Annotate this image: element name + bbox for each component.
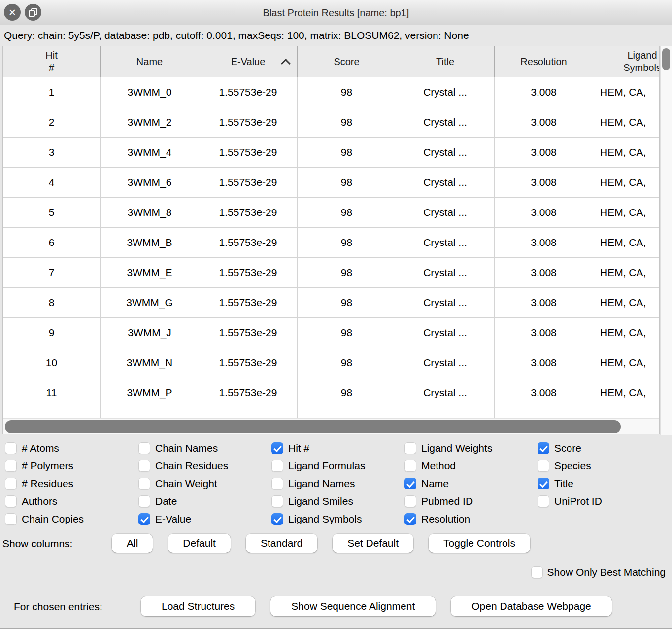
table-row[interactable]: 53WMM_81.55753e-2998Crystal ...3.008HEM,… <box>3 198 660 228</box>
checkbox-icon[interactable] <box>5 478 17 489</box>
column-toggle-chain-weight[interactable]: Chain Weight <box>138 475 228 492</box>
table-row[interactable]: 83WMM_G1.55753e-2998Crystal ...3.008HEM,… <box>3 288 660 318</box>
column-toggle-name[interactable]: Name <box>404 475 492 492</box>
checkbox-icon[interactable] <box>404 442 416 454</box>
table-row[interactable]: 13WMM_01.55753e-2998Crystal ...3.008HEM,… <box>3 77 660 107</box>
column-toggle-e-value[interactable]: E-Value <box>138 510 228 528</box>
column-toggle-resolution[interactable]: Resolution <box>404 510 492 528</box>
checkbox-icon[interactable] <box>5 513 17 525</box>
table-cell: 1.55753e-29 <box>199 198 298 227</box>
column-toggle-chain-names[interactable]: Chain Names <box>138 439 228 457</box>
table-row[interactable]: 93WMM_J1.55753e-2998Crystal ...3.008HEM,… <box>3 318 660 348</box>
column-toggle-ligand-smiles[interactable]: Ligand Smiles <box>271 492 365 510</box>
checkbox-icon[interactable] <box>404 495 416 507</box>
checkbox-icon[interactable] <box>271 460 283 472</box>
table-cell: 3.008 <box>495 77 593 107</box>
checkbox-icon[interactable] <box>538 460 549 472</box>
table-row[interactable]: 63WMM_B1.55753e-2998Crystal ...3.008HEM,… <box>3 228 660 258</box>
checkbox-icon[interactable] <box>271 478 283 489</box>
table-cell: 1.55753e-29 <box>199 77 298 107</box>
checkbox-label: Chain Weight <box>155 478 217 489</box>
show-columns-all-button[interactable]: All <box>112 534 153 553</box>
column-header-hit[interactable]: Hit# <box>3 46 101 77</box>
table-row[interactable]: 33WMM_41.55753e-2998Crystal ...3.008HEM,… <box>3 138 660 168</box>
checkbox-label: Date <box>155 495 177 507</box>
vertical-scrollbar[interactable] <box>660 46 672 435</box>
show-columns-toggle-controls-button[interactable]: Toggle Controls <box>429 534 530 553</box>
column-toggle-method[interactable]: Method <box>404 457 492 475</box>
table-cell: 9 <box>3 318 101 348</box>
table-row[interactable]: 103WMM_N1.55753e-2998Crystal ...3.008HEM… <box>3 348 660 378</box>
show-columns-set-default-button[interactable]: Set Default <box>333 534 413 553</box>
table-cell: 3.008 <box>495 198 593 227</box>
column-toggle-chain-copies[interactable]: Chain Copies <box>5 510 84 528</box>
column-header-e-value[interactable]: E-Value <box>199 46 298 77</box>
column-toggle-residues[interactable]: # Residues <box>5 475 84 492</box>
checkbox-icon[interactable] <box>404 460 416 472</box>
title-bar: ✕ Blast Protein Results [name: bp1] <box>0 0 672 25</box>
table-row[interactable]: 43WMM_61.55753e-2998Crystal ...3.008HEM,… <box>3 168 660 198</box>
column-toggle-hit[interactable]: Hit # <box>271 439 365 457</box>
column-toggle-authors[interactable]: Authors <box>5 492 84 510</box>
checkbox-icon[interactable] <box>5 442 17 454</box>
table-cell: 3WMM_P <box>101 378 199 408</box>
checkbox-checked-icon[interactable] <box>404 513 416 525</box>
table-cell: 98 <box>298 107 396 137</box>
horizontal-scrollbar-thumb[interactable] <box>5 420 621 433</box>
table-row[interactable]: 23WMM_21.55753e-2998Crystal ...3.008HEM,… <box>3 107 660 138</box>
column-toggle-chain-residues[interactable]: Chain Residues <box>138 457 228 475</box>
show-columns-buttons: AllDefaultStandardSet DefaultToggle Cont… <box>112 534 530 553</box>
checkbox-label: Species <box>554 460 591 472</box>
column-toggle-ligand-weights[interactable]: Ligand Weights <box>404 439 492 457</box>
chosen-entries-show-sequence-alignment-button[interactable]: Show Sequence Alignment <box>270 596 436 616</box>
table-cell: 6 <box>3 228 101 257</box>
show-only-best-matching-toggle[interactable]: Show Only Best Matching <box>531 566 666 578</box>
column-toggle-uniprot-id[interactable]: UniProt ID <box>538 492 602 510</box>
checkbox-icon[interactable] <box>138 495 150 507</box>
table-cell: 1.55753e-29 <box>199 138 298 167</box>
checkbox-icon[interactable] <box>5 460 17 472</box>
horizontal-scrollbar[interactable] <box>3 418 659 434</box>
column-toggle-ligand-formulas[interactable]: Ligand Formulas <box>271 457 365 475</box>
checkbox-checked-icon[interactable] <box>538 478 549 489</box>
column-toggle-title[interactable]: Title <box>538 475 602 492</box>
show-columns-standard-button[interactable]: Standard <box>246 534 317 553</box>
column-header-resolution[interactable]: Resolution <box>495 46 593 77</box>
checkbox-checked-icon[interactable] <box>404 478 416 489</box>
column-toggle-atoms[interactable]: # Atoms <box>5 439 84 457</box>
checkbox-icon[interactable] <box>538 495 549 507</box>
column-toggle-polymers[interactable]: # Polymers <box>5 457 84 475</box>
table-cell: 1.55753e-29 <box>199 258 298 287</box>
table-row[interactable]: 73WMM_E1.55753e-2998Crystal ...3.008HEM,… <box>3 258 660 288</box>
checkbox-checked-icon[interactable] <box>271 442 283 454</box>
table-cell: 3.008 <box>495 318 593 348</box>
vertical-scrollbar-thumb[interactable] <box>662 48 670 70</box>
table-row[interactable]: 113WMM_P1.55753e-2998Crystal ...3.008HEM… <box>3 378 660 408</box>
chosen-entries-open-database-webpage-button[interactable]: Open Database Webpage <box>451 596 611 616</box>
checkbox-checked-icon[interactable] <box>538 442 549 454</box>
column-toggle-date[interactable]: Date <box>138 492 228 510</box>
show-columns-default-button[interactable]: Default <box>168 534 231 553</box>
checkbox-icon[interactable] <box>138 442 150 454</box>
column-toggle-score[interactable]: Score <box>538 439 602 457</box>
chosen-entries-buttons: Load StructuresShow Sequence AlignmentOp… <box>141 596 612 616</box>
checkbox-icon[interactable] <box>531 566 543 578</box>
checkbox-icon[interactable] <box>271 495 283 507</box>
table-cell: 3.008 <box>495 348 593 378</box>
results-table: Hit#NameE-ValueScoreTitleResolutionLigan… <box>2 46 660 434</box>
checkbox-icon[interactable] <box>5 495 17 507</box>
column-toggle-pubmed-id[interactable]: Pubmed ID <box>404 492 492 510</box>
column-header-title[interactable]: Title <box>396 46 495 77</box>
column-toggle-ligand-symbols[interactable]: Ligand Symbols <box>271 510 365 528</box>
column-header-name[interactable]: Name <box>101 46 199 77</box>
checkbox-checked-icon[interactable] <box>271 513 283 525</box>
column-header-ligand-symbols[interactable]: LigandSymbols <box>593 46 660 77</box>
column-toggle-species[interactable]: Species <box>538 457 602 475</box>
checkbox-icon[interactable] <box>138 478 150 489</box>
table-cell: 10 <box>3 348 101 378</box>
column-header-score[interactable]: Score <box>298 46 396 77</box>
column-toggle-ligand-names[interactable]: Ligand Names <box>271 475 365 492</box>
checkbox-checked-icon[interactable] <box>138 513 150 525</box>
checkbox-icon[interactable] <box>138 460 150 472</box>
chosen-entries-load-structures-button[interactable]: Load Structures <box>141 596 255 616</box>
